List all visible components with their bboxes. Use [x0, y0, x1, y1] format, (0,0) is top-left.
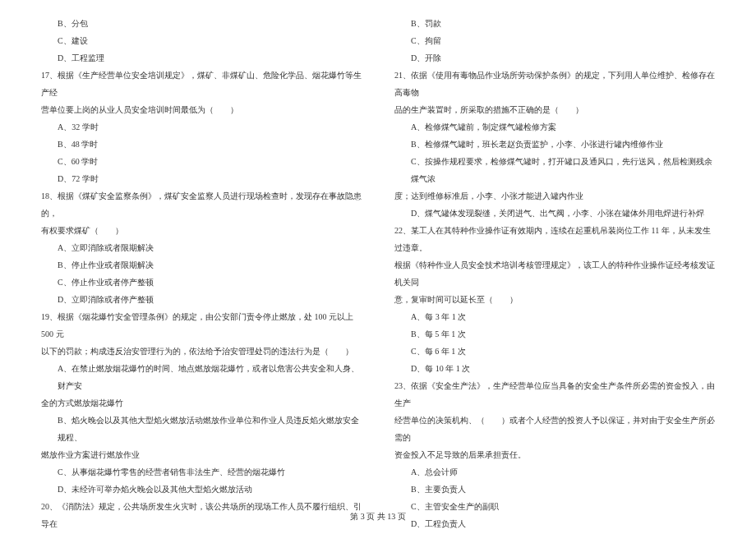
- right-column: B、罚款 C、拘留 D、开除 21、依据《使用有毒物品作业场所劳动保护条例》的规…: [394, 15, 715, 534]
- option-line: C、按操作规程要求，检修煤气罐时，打开罐口及通风口，先行送风，然后检测残余煤气浓: [394, 153, 715, 187]
- option-line: C、每 6 年 1 次: [394, 343, 715, 360]
- option-line: C、拘留: [394, 32, 715, 49]
- question-line: 21、依据《使用有毒物品作业场所劳动保护条例》的规定，下列用人单位维护、检修存在…: [394, 67, 715, 101]
- question-line: 品的生产装置时，所采取的措施不正确的是（ ）: [394, 101, 715, 118]
- question-line: 23、依据《安全生产法》，生产经营单位应当具备的安全生产条件所必需的资金投入，由…: [394, 377, 715, 412]
- option-line: D、开除: [394, 49, 715, 67]
- option-line: D、72 学时: [41, 170, 362, 187]
- option-line: A、在禁止燃放烟花爆竹的时间、地点燃放烟花爆竹，或者以危害公共安全和人身、财产安: [41, 360, 362, 394]
- option-line: D、工程监理: [41, 49, 362, 67]
- page-footer: 第 3 页 共 13 页: [0, 511, 756, 522]
- option-line: B、停止作业或者限期解决: [41, 256, 362, 274]
- option-cont-line: 燃放作业方案进行燃放作业: [41, 446, 362, 463]
- question-line: 意，复审时间可以延长至（ ）: [394, 291, 715, 308]
- left-column: B、分包 C、建设 D、工程监理 17、根据《生产经营单位安全培训规定》，煤矿、…: [41, 15, 362, 534]
- option-line: A、总会计师: [394, 463, 715, 481]
- option-line: A、32 学时: [41, 118, 362, 136]
- option-line: A、立即消除或者限期解决: [41, 239, 362, 256]
- question-line: 17、根据《生产经营单位安全培训规定》，煤矿、非煤矿山、危险化学品、烟花爆竹等生…: [41, 67, 362, 101]
- option-line: D、每 10 年 1 次: [394, 360, 715, 377]
- question-line: 22、某工人在其特种作业操作证有效期内，连续在起重机吊装岗位工作 11 年，从未…: [394, 222, 715, 256]
- option-line: C、60 学时: [41, 153, 362, 170]
- question-line: 以下的罚款；构成违反治安管理行为的，依法给予治安管理处罚的违法行为是（ ）: [41, 343, 362, 360]
- option-line: B、罚款: [394, 15, 715, 32]
- question-line: 18、根据《煤矿安全监察条例》，煤矿安全监察人员进行现场检查时，发现存在事故隐患…: [41, 187, 362, 222]
- option-cont-line: 全的方式燃放烟花爆竹: [41, 394, 362, 412]
- option-line: A、每 3 年 1 次: [394, 308, 715, 325]
- option-line: B、48 学时: [41, 136, 362, 153]
- option-line: C、停止作业或者停产整顿: [41, 274, 362, 291]
- question-line: 资金投入不足导致的后果承担责任。: [394, 446, 715, 463]
- option-line: B、检修煤气罐时，班长老赵负责监护，小李、小张进行罐内维修作业: [394, 136, 715, 153]
- option-cont-line: 度；达到维修标准后，小李、小张才能进入罐内作业: [394, 187, 715, 205]
- option-line: D、未经许可举办焰火晚会以及其他大型焰火燃放活动: [41, 481, 362, 498]
- option-line: B、焰火晚会以及其他大型焰火燃放活动燃放作业单位和作业人员违反焰火燃放安全规程、: [41, 412, 362, 446]
- option-line: D、立即消除或者停产整顿: [41, 291, 362, 308]
- option-line: A、检修煤气罐前，制定煤气罐检修方案: [394, 118, 715, 136]
- option-line: C、建设: [41, 32, 362, 49]
- option-line: B、分包: [41, 15, 362, 32]
- option-line: B、每 5 年 1 次: [394, 325, 715, 343]
- question-line: 营单位要上岗的从业人员安全培训时间最低为（ ）: [41, 101, 362, 118]
- option-line: D、煤气罐体发现裂缝，关闭进气、出气阀，小李、小张在罐体外用电焊进行补焊: [394, 205, 715, 222]
- document-page: B、分包 C、建设 D、工程监理 17、根据《生产经营单位安全培训规定》，煤矿、…: [41, 15, 715, 534]
- question-line: 有权要求煤矿（ ）: [41, 222, 362, 239]
- option-line: B、主要负责人: [394, 481, 715, 498]
- option-line: C、从事烟花爆竹零售的经营者销售非法生产、经营的烟花爆竹: [41, 463, 362, 481]
- question-line: 根据《特种作业人员安全技术培训考核管理规定》，该工人的特种作业操作证经考核发证机…: [394, 256, 715, 291]
- question-line: 经营单位的决策机构、（ ）或者个人经营的投资人予以保证，并对由于安全生产所必需的: [394, 412, 715, 446]
- question-line: 19、根据《烟花爆竹安全管理条例》的规定，由公安部门责令停止燃放，处 100 元…: [41, 308, 362, 343]
